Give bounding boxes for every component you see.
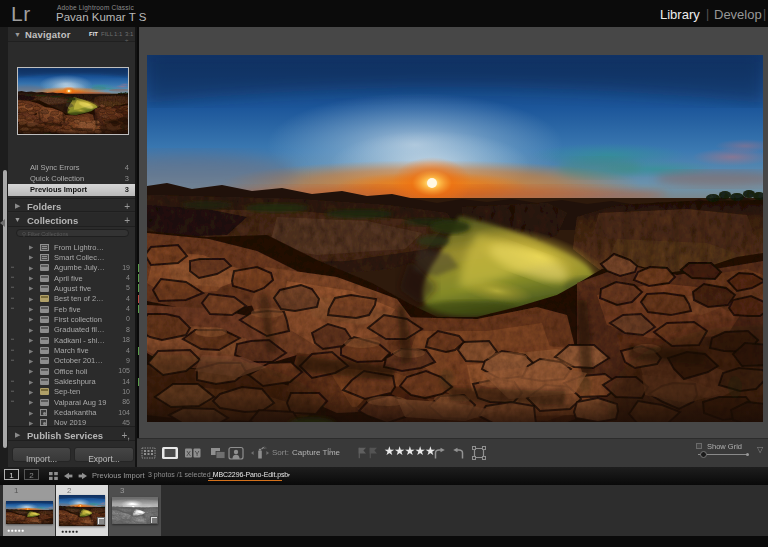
svg-text:Y: Y [195, 450, 200, 457]
svg-text:X: X [186, 450, 191, 457]
